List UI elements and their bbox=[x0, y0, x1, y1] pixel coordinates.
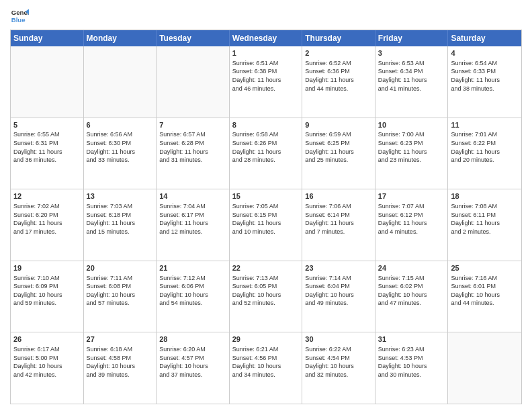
logo-icon: General Blue bbox=[10, 7, 29, 26]
day-cell-5: 5Sunrise: 6:55 AM Sunset: 6:31 PM Daylig… bbox=[11, 118, 84, 189]
day-number: 30 bbox=[305, 334, 372, 345]
day-cell-3: 3Sunrise: 6:53 AM Sunset: 6:34 PM Daylig… bbox=[375, 46, 449, 118]
day-header-thursday: Thursday bbox=[302, 30, 375, 46]
day-number: 7 bbox=[159, 120, 226, 130]
day-number: 15 bbox=[232, 191, 300, 201]
day-number: 20 bbox=[87, 263, 154, 273]
empty-cell bbox=[84, 46, 157, 118]
day-number: 31 bbox=[378, 334, 445, 345]
day-info: Sunrise: 6:17 AM Sunset: 5:00 PM Dayligh… bbox=[13, 345, 81, 379]
day-cell-26: 26Sunrise: 6:17 AM Sunset: 5:00 PM Dayli… bbox=[11, 332, 84, 404]
day-info: Sunrise: 6:54 AM Sunset: 6:33 PM Dayligh… bbox=[451, 59, 519, 93]
day-header-friday: Friday bbox=[375, 30, 449, 46]
day-header-monday: Monday bbox=[84, 30, 157, 46]
day-cell-4: 4Sunrise: 6:54 AM Sunset: 6:33 PM Daylig… bbox=[448, 46, 521, 118]
day-number: 14 bbox=[159, 191, 226, 201]
day-cell-30: 30Sunrise: 6:22 AM Sunset: 4:54 PM Dayli… bbox=[302, 332, 375, 404]
day-info: Sunrise: 7:08 AM Sunset: 6:11 PM Dayligh… bbox=[451, 202, 519, 236]
day-number: 21 bbox=[159, 263, 226, 273]
calendar: SundayMondayTuesdayWednesdayThursdayFrid… bbox=[10, 30, 522, 404]
day-info: Sunrise: 7:16 AM Sunset: 6:01 PM Dayligh… bbox=[451, 274, 519, 308]
day-cell-17: 17Sunrise: 7:07 AM Sunset: 6:12 PM Dayli… bbox=[375, 189, 449, 261]
day-info: Sunrise: 6:51 AM Sunset: 6:38 PM Dayligh… bbox=[232, 59, 300, 93]
week-row-5: 26Sunrise: 6:17 AM Sunset: 5:00 PM Dayli… bbox=[11, 332, 521, 404]
day-number: 1 bbox=[232, 48, 300, 58]
day-info: Sunrise: 6:23 AM Sunset: 4:53 PM Dayligh… bbox=[378, 345, 445, 379]
day-number: 10 bbox=[378, 120, 445, 130]
day-headers: SundayMondayTuesdayWednesdayThursdayFrid… bbox=[11, 30, 521, 46]
day-number: 16 bbox=[305, 191, 372, 201]
day-header-wednesday: Wednesday bbox=[230, 30, 303, 46]
day-cell-9: 9Sunrise: 6:59 AM Sunset: 6:25 PM Daylig… bbox=[302, 118, 375, 189]
day-number: 19 bbox=[13, 263, 81, 273]
day-info: Sunrise: 7:03 AM Sunset: 6:18 PM Dayligh… bbox=[87, 202, 154, 236]
day-cell-2: 2Sunrise: 6:52 AM Sunset: 6:36 PM Daylig… bbox=[302, 46, 375, 118]
day-info: Sunrise: 7:14 AM Sunset: 6:04 PM Dayligh… bbox=[305, 274, 372, 308]
day-cell-23: 23Sunrise: 7:14 AM Sunset: 6:04 PM Dayli… bbox=[302, 261, 375, 332]
day-info: Sunrise: 6:56 AM Sunset: 6:30 PM Dayligh… bbox=[87, 130, 154, 164]
page-header: General Blue bbox=[10, 7, 522, 26]
empty-cell bbox=[157, 46, 230, 118]
day-info: Sunrise: 7:01 AM Sunset: 6:22 PM Dayligh… bbox=[451, 130, 519, 164]
day-info: Sunrise: 6:59 AM Sunset: 6:25 PM Dayligh… bbox=[305, 130, 372, 164]
day-cell-27: 27Sunrise: 6:18 AM Sunset: 4:58 PM Dayli… bbox=[84, 332, 157, 404]
day-info: Sunrise: 7:11 AM Sunset: 6:08 PM Dayligh… bbox=[87, 274, 154, 308]
day-info: Sunrise: 7:12 AM Sunset: 6:06 PM Dayligh… bbox=[159, 274, 226, 308]
day-cell-15: 15Sunrise: 7:05 AM Sunset: 6:15 PM Dayli… bbox=[230, 189, 303, 261]
day-cell-7: 7Sunrise: 6:57 AM Sunset: 6:28 PM Daylig… bbox=[157, 118, 230, 189]
svg-text:Blue: Blue bbox=[11, 16, 26, 24]
day-cell-8: 8Sunrise: 6:58 AM Sunset: 6:26 PM Daylig… bbox=[230, 118, 303, 189]
day-cell-14: 14Sunrise: 7:04 AM Sunset: 6:17 PM Dayli… bbox=[157, 189, 230, 261]
day-info: Sunrise: 7:06 AM Sunset: 6:14 PM Dayligh… bbox=[305, 202, 372, 236]
day-cell-24: 24Sunrise: 7:15 AM Sunset: 6:02 PM Dayli… bbox=[375, 261, 449, 332]
day-cell-13: 13Sunrise: 7:03 AM Sunset: 6:18 PM Dayli… bbox=[84, 189, 157, 261]
day-cell-31: 31Sunrise: 6:23 AM Sunset: 4:53 PM Dayli… bbox=[375, 332, 449, 404]
week-row-2: 5Sunrise: 6:55 AM Sunset: 6:31 PM Daylig… bbox=[11, 118, 521, 190]
day-number: 4 bbox=[451, 48, 519, 58]
day-number: 24 bbox=[378, 263, 445, 273]
day-cell-12: 12Sunrise: 7:02 AM Sunset: 6:20 PM Dayli… bbox=[11, 189, 84, 261]
day-info: Sunrise: 6:20 AM Sunset: 4:57 PM Dayligh… bbox=[159, 345, 226, 379]
day-info: Sunrise: 6:52 AM Sunset: 6:36 PM Dayligh… bbox=[305, 59, 372, 93]
day-header-sunday: Sunday bbox=[11, 30, 84, 46]
day-info: Sunrise: 7:13 AM Sunset: 6:05 PM Dayligh… bbox=[232, 274, 300, 308]
day-info: Sunrise: 7:05 AM Sunset: 6:15 PM Dayligh… bbox=[232, 202, 300, 236]
day-number: 27 bbox=[87, 334, 154, 345]
day-header-saturday: Saturday bbox=[448, 30, 521, 46]
day-info: Sunrise: 6:55 AM Sunset: 6:31 PM Dayligh… bbox=[13, 130, 81, 164]
day-number: 22 bbox=[232, 263, 300, 273]
day-number: 11 bbox=[451, 120, 519, 130]
day-number: 5 bbox=[13, 120, 81, 130]
day-number: 17 bbox=[378, 191, 445, 201]
day-info: Sunrise: 6:57 AM Sunset: 6:28 PM Dayligh… bbox=[159, 130, 226, 164]
empty-cell bbox=[448, 332, 521, 404]
day-info: Sunrise: 7:10 AM Sunset: 6:09 PM Dayligh… bbox=[13, 274, 81, 308]
day-number: 3 bbox=[378, 48, 445, 58]
day-cell-11: 11Sunrise: 7:01 AM Sunset: 6:22 PM Dayli… bbox=[448, 118, 521, 189]
day-cell-29: 29Sunrise: 6:21 AM Sunset: 4:56 PM Dayli… bbox=[230, 332, 303, 404]
day-info: Sunrise: 6:21 AM Sunset: 4:56 PM Dayligh… bbox=[232, 345, 300, 379]
day-info: Sunrise: 7:07 AM Sunset: 6:12 PM Dayligh… bbox=[378, 202, 445, 236]
day-header-tuesday: Tuesday bbox=[157, 30, 230, 46]
calendar-body: 1Sunrise: 6:51 AM Sunset: 6:38 PM Daylig… bbox=[11, 46, 521, 404]
day-number: 28 bbox=[159, 334, 226, 345]
day-number: 29 bbox=[232, 334, 300, 345]
day-cell-16: 16Sunrise: 7:06 AM Sunset: 6:14 PM Dayli… bbox=[302, 189, 375, 261]
day-number: 12 bbox=[13, 191, 81, 201]
day-cell-20: 20Sunrise: 7:11 AM Sunset: 6:08 PM Dayli… bbox=[84, 261, 157, 332]
day-info: Sunrise: 6:58 AM Sunset: 6:26 PM Dayligh… bbox=[232, 130, 300, 164]
day-info: Sunrise: 7:02 AM Sunset: 6:20 PM Dayligh… bbox=[13, 202, 81, 236]
day-info: Sunrise: 7:00 AM Sunset: 6:23 PM Dayligh… bbox=[378, 130, 445, 164]
week-row-3: 12Sunrise: 7:02 AM Sunset: 6:20 PM Dayli… bbox=[11, 189, 521, 261]
day-number: 6 bbox=[87, 120, 154, 130]
day-cell-18: 18Sunrise: 7:08 AM Sunset: 6:11 PM Dayli… bbox=[448, 189, 521, 261]
week-row-1: 1Sunrise: 6:51 AM Sunset: 6:38 PM Daylig… bbox=[11, 46, 521, 118]
day-number: 8 bbox=[232, 120, 300, 130]
day-info: Sunrise: 6:18 AM Sunset: 4:58 PM Dayligh… bbox=[87, 345, 154, 379]
week-row-4: 19Sunrise: 7:10 AM Sunset: 6:09 PM Dayli… bbox=[11, 261, 521, 333]
logo: General Blue bbox=[10, 7, 29, 26]
day-info: Sunrise: 7:15 AM Sunset: 6:02 PM Dayligh… bbox=[378, 274, 445, 308]
day-cell-25: 25Sunrise: 7:16 AM Sunset: 6:01 PM Dayli… bbox=[448, 261, 521, 332]
day-cell-19: 19Sunrise: 7:10 AM Sunset: 6:09 PM Dayli… bbox=[11, 261, 84, 332]
day-number: 9 bbox=[305, 120, 372, 130]
